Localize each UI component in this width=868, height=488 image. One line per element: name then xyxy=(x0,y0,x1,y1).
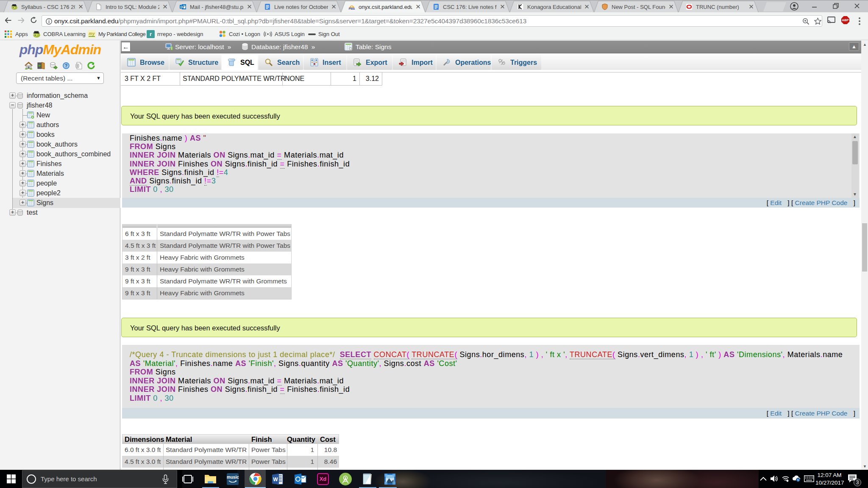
svg-text:PMA: PMA xyxy=(349,7,355,10)
svg-text:W: W xyxy=(273,477,278,482)
svg-text:O: O xyxy=(180,5,183,9)
svg-text:?: ? xyxy=(65,63,68,68)
svg-text:my: my xyxy=(89,31,95,36)
svg-text:r: r xyxy=(150,31,152,37)
